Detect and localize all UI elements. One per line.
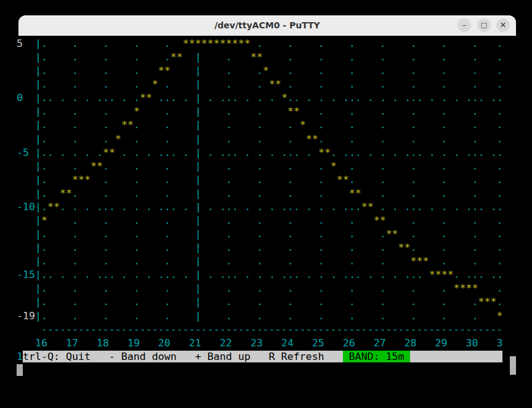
- close-button[interactable]: ✕: [496, 18, 510, 32]
- plot-row: |. **. . . . | . . . . ** . . . . .: [17, 187, 503, 200]
- plot-row: |. . . . ** | . .* . . . . . . . .: [17, 64, 503, 78]
- terminal-screen[interactable]: 5 |. . . . . *********** . . . . . . . .…: [17, 37, 503, 377]
- x-axis-line: ----------------------------------------…: [17, 323, 503, 337]
- window-title: /dev/ttyACM0 - PuTTY: [18, 15, 516, 36]
- plot-row: |. *** . . . | . . . . **. . . . . .: [17, 173, 503, 187]
- status-bar: 1trl-Q: Quit - Band down + Band up R Ref…: [17, 350, 503, 364]
- plot-row: |* . . . . | . . . . . ** . . . .: [17, 214, 503, 227]
- terminal-cursor: [17, 364, 23, 376]
- plot-row: |. . . . .** | . ** . . . . . . . .: [17, 51, 503, 64]
- plot-row: |. . **. . . | . . . . * . . . . . .: [17, 160, 503, 173]
- plot-row: |. . . . . | . . . . . . . . .***.: [17, 295, 503, 309]
- plot-row: -19|. . . . . | . . . . . . . . . *: [17, 309, 503, 323]
- plot-row: -15|.. . . . ... . . . ... . | . ... . .…: [17, 268, 503, 282]
- plot-row: |. . . . * . | . . ** . . . . . . . .: [17, 78, 503, 91]
- plot-row: |. . . . . | . . . . . . *** . . .: [17, 255, 503, 268]
- plot-row: -10|.**. . . ... . . . ... . | . ... . .…: [17, 200, 503, 214]
- plot-row: |. . . * . | . . ** . . . . . . .: [17, 105, 503, 118]
- cursor-row: [17, 364, 503, 377]
- plot-row: |. . . * . . | . . . **. . . . . . .: [17, 133, 503, 146]
- x-axis-labels: 16 17 18 19 20 21 22 23 24 25 26 27 28 2…: [17, 337, 503, 350]
- plot-row: |. . . . . | . . . . . . **. . . .: [17, 241, 503, 255]
- scrollbar-thumb[interactable]: [510, 356, 516, 375]
- plot-row: 5 |. . . . . *********** . . . . . . . .…: [17, 37, 503, 51]
- plot-row: |. . . **. . | . . . * . . . . . . .: [17, 118, 503, 132]
- plot-row: |. . . . . | . . . . . .** . . . .: [17, 227, 503, 241]
- maximize-button[interactable]: □: [477, 18, 491, 32]
- plot-row: 0 |.. . . . ... . .** ... . | . ... . . …: [17, 91, 503, 105]
- plot-row: -5 |.. . . . .** . . . ... . | . ... . .…: [17, 146, 503, 160]
- minimize-button[interactable]: –: [457, 18, 471, 32]
- window-titlebar[interactable]: /dev/ttyACM0 - PuTTY: [18, 15, 516, 36]
- plot-row: |. . . . . | . . . . . . . . **** .: [17, 282, 503, 295]
